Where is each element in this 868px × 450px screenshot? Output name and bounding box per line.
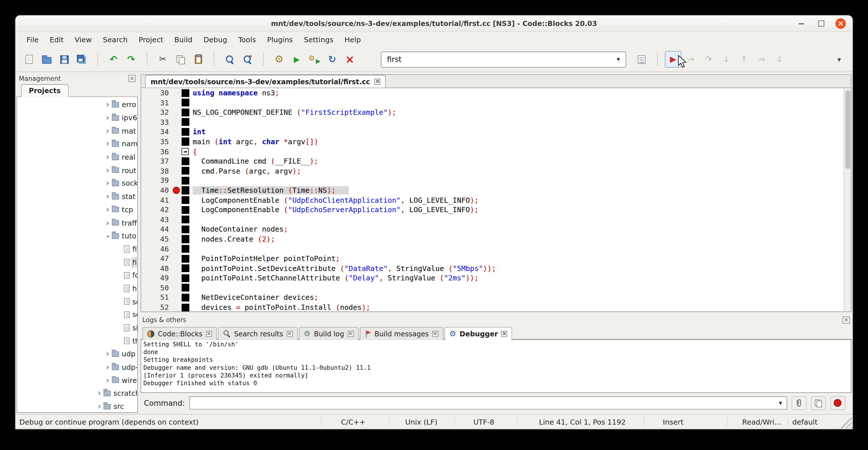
log-tab-search-results[interactable]: Search results xyxy=(218,327,298,340)
tree-item-fo[interactable]: fo xyxy=(17,269,137,282)
tree-item-tcp[interactable]: tcp xyxy=(17,203,137,216)
target-combobox[interactable] xyxy=(381,51,626,67)
tab-projects[interactable]: Projects xyxy=(21,84,68,97)
editor-scrollbar[interactable] xyxy=(844,88,851,311)
save-all-button[interactable] xyxy=(73,51,90,68)
chevron-collapsed-icon[interactable] xyxy=(103,127,112,135)
code-editor[interactable]: 30using namespace ns3;3132NS_LOG_COMPONE… xyxy=(141,88,851,312)
chevron-collapsed-icon[interactable] xyxy=(103,153,112,161)
close-button[interactable] xyxy=(835,18,846,29)
chevron-collapsed-icon[interactable] xyxy=(103,219,112,227)
close-tab-icon[interactable] xyxy=(501,331,507,337)
chevron-down-icon[interactable] xyxy=(611,52,625,66)
open-file-button[interactable] xyxy=(38,51,55,68)
tree-item-fif[interactable]: fif xyxy=(17,242,137,256)
tree-item-si[interactable]: si xyxy=(17,321,137,334)
chevron-collapsed-icon[interactable] xyxy=(103,166,112,175)
project-tree[interactable]: erroipv6matnamrealroutsockstattcptrafftu… xyxy=(17,97,138,413)
tree-item-udp[interactable]: udp- xyxy=(17,361,137,374)
menu-settings[interactable]: Settings xyxy=(299,34,339,46)
chevron-collapsed-icon[interactable] xyxy=(103,363,112,371)
menu-file[interactable]: File xyxy=(21,34,44,46)
find-button[interactable] xyxy=(221,51,238,68)
tree-item-erro[interactable]: erro xyxy=(17,98,137,111)
copy-log-button[interactable] xyxy=(811,396,826,410)
chevron-collapsed-icon[interactable] xyxy=(103,350,112,358)
cut-button[interactable] xyxy=(154,51,171,68)
tree-item-se[interactable]: se xyxy=(17,308,137,321)
menu-help[interactable]: Help xyxy=(339,34,366,46)
chevron-collapsed-icon[interactable] xyxy=(103,206,112,214)
log-tab-debugger[interactable]: Debugger xyxy=(444,327,512,340)
save-file-button[interactable] xyxy=(56,51,72,68)
close-tab-icon[interactable] xyxy=(286,331,292,337)
tree-item-scratch[interactable]: scratch xyxy=(17,387,137,400)
tree-item-real[interactable]: real xyxy=(17,150,137,163)
tree-item-udp[interactable]: udp xyxy=(17,348,137,361)
tree-item-fir[interactable]: fir xyxy=(17,256,137,269)
next-line-button[interactable] xyxy=(700,51,717,68)
tree-item-wire[interactable]: wire xyxy=(17,374,137,387)
chevron-collapsed-icon[interactable] xyxy=(103,192,112,201)
menu-plugins[interactable]: Plugins xyxy=(262,34,299,46)
replace-button[interactable] xyxy=(239,51,256,68)
close-logs-icon[interactable] xyxy=(843,316,850,323)
menu-debug[interactable]: Debug xyxy=(198,34,233,46)
chevron-down-icon[interactable] xyxy=(774,399,787,406)
new-file-button[interactable] xyxy=(21,51,37,68)
title-bar[interactable]: mnt/dev/tools/source/ns-3-dev/examples/t… xyxy=(16,16,852,32)
chevron-collapsed-icon[interactable] xyxy=(103,140,112,148)
chevron-collapsed-icon[interactable] xyxy=(95,402,103,411)
menu-edit[interactable]: Edit xyxy=(44,34,69,46)
log-tab-code-blocks[interactable]: Code::Blocks xyxy=(143,327,217,340)
tree-item-ipv6[interactable]: ipv6 xyxy=(17,111,137,124)
tree-item-mat[interactable]: mat xyxy=(17,124,137,137)
tree-item-se[interactable]: se xyxy=(17,295,137,308)
paste-button[interactable] xyxy=(190,51,206,68)
editor-tab[interactable]: mnt/dev/tools/source/ns-3-dev/examples/t… xyxy=(145,75,386,88)
redo-button[interactable] xyxy=(123,51,140,68)
step-into-button[interactable] xyxy=(718,51,735,68)
build-button[interactable] xyxy=(271,51,287,68)
command-combobox[interactable] xyxy=(189,396,787,410)
menu-build[interactable]: Build xyxy=(169,34,198,46)
close-tab-icon[interactable] xyxy=(347,331,353,337)
minimize-button[interactable] xyxy=(796,18,807,29)
next-instruction-button[interactable] xyxy=(753,51,770,68)
tree-item-he[interactable]: he xyxy=(17,282,137,295)
paperclip-button[interactable] xyxy=(792,396,806,410)
chevron-collapsed-icon[interactable] xyxy=(103,100,112,109)
target-input[interactable] xyxy=(381,55,611,64)
command-input[interactable] xyxy=(190,399,774,407)
chevron-collapsed-icon[interactable] xyxy=(103,179,112,188)
close-panel-icon[interactable] xyxy=(128,75,135,82)
chevron-collapsed-icon[interactable] xyxy=(103,376,112,384)
chevron-collapsed-icon[interactable] xyxy=(95,389,103,397)
tree-item-src[interactable]: src xyxy=(17,400,137,413)
rebuild-button[interactable] xyxy=(324,51,340,68)
stop-button[interactable] xyxy=(830,396,845,410)
debugger-output[interactable]: Setting SHELL to '/bin/sh'doneSetting br… xyxy=(141,340,851,393)
undo-button[interactable] xyxy=(105,51,122,68)
chevron-expanded-icon[interactable] xyxy=(103,232,112,240)
close-tab-icon[interactable] xyxy=(432,331,438,337)
tree-item-stat[interactable]: stat xyxy=(17,190,137,203)
log-tab-build-log[interactable]: Build log xyxy=(299,327,359,340)
run-button[interactable] xyxy=(288,51,305,68)
tree-item-th[interactable]: th xyxy=(17,334,137,348)
menu-project[interactable]: Project xyxy=(133,34,169,46)
log-tab-build-messages[interactable]: Build messages xyxy=(360,327,443,340)
close-tab-icon[interactable] xyxy=(374,79,380,85)
scrollbar-thumb[interactable] xyxy=(845,90,850,169)
build-and-run-button[interactable] xyxy=(306,51,323,68)
menu-search[interactable]: Search xyxy=(97,34,133,46)
menu-tools[interactable]: Tools xyxy=(233,34,262,46)
select-target-button[interactable] xyxy=(633,51,650,68)
menu-view[interactable]: View xyxy=(69,34,97,46)
tree-item-tuto[interactable]: tuto xyxy=(17,229,137,242)
close-tab-icon[interactable] xyxy=(206,331,212,337)
tree-item-rout[interactable]: rout xyxy=(17,163,137,177)
step-out-button[interactable] xyxy=(736,51,752,68)
step-into-instruction-button[interactable] xyxy=(771,51,788,68)
breakpoint-icon[interactable] xyxy=(173,187,180,194)
